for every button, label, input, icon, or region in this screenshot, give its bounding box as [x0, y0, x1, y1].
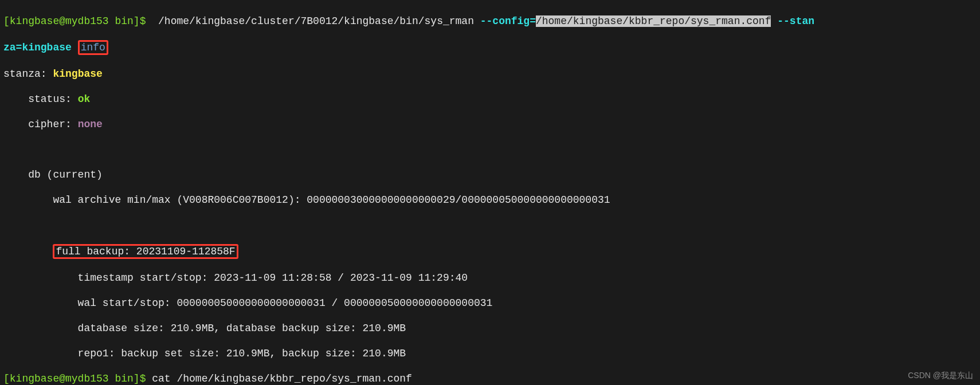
blank-line [3, 219, 977, 231]
cipher-line: cipher: none [3, 118, 977, 131]
wal-archive-line: wal archive min/max (V008R006C007B0012):… [3, 194, 977, 206]
prompt: [kingbase@mydb153 bin]$ [3, 15, 152, 27]
repo1-line: repo1: backup set size: 210.9MB, backup … [3, 347, 977, 360]
cmd-text: /home/kingbase/cluster/7B0012/kingbase/b… [152, 15, 480, 27]
wal-start-stop-line: wal start/stop: 000000050000000000000031… [3, 297, 977, 309]
cmd-line-1-cont[interactable]: za=kingbase info [3, 40, 977, 55]
blank-line [3, 143, 977, 156]
db-size-line: database size: 210.9MB, database backup … [3, 322, 977, 335]
full-backup-highlight: full backup: 20231109-112858F [53, 244, 238, 259]
cmd-text: cat /home/kingbase/kbbr_repo/sys_rman.co… [152, 373, 412, 384]
timestamp-line: timestamp start/stop: 2023-11-09 11:28:5… [3, 272, 977, 284]
stanza-line: stanza: kingbase [3, 68, 977, 80]
terminal-output: [kingbase@mydb153 bin]$ /home/kingbase/c… [0, 0, 980, 385]
prompt: [kingbase@mydb153 bin]$ [3, 373, 152, 384]
cmd-line-1[interactable]: [kingbase@mydb153 bin]$ /home/kingbase/c… [3, 15, 977, 28]
cmd-line-2[interactable]: [kingbase@mydb153 bin]$ cat /home/kingba… [3, 372, 977, 385]
info-arg-highlight: info [78, 40, 108, 55]
stanza-value: kingbase [53, 68, 102, 80]
watermark: CSDN @我是东山 [908, 369, 973, 382]
status-line: status: ok [3, 93, 977, 105]
full-backup-line: full backup: 20231109-112858F [3, 244, 977, 259]
opt-config: --config= [480, 15, 536, 27]
config-path-selected: /home/kingbase/kbbr_repo/sys_rman.conf [536, 15, 771, 27]
opt-stanza-p1: --stan [777, 15, 814, 27]
status-value: ok [78, 93, 91, 105]
cipher-value: none [78, 119, 103, 130]
db-line: db (current) [3, 168, 977, 181]
opt-stanza-p2: za=kingbase [3, 42, 78, 53]
